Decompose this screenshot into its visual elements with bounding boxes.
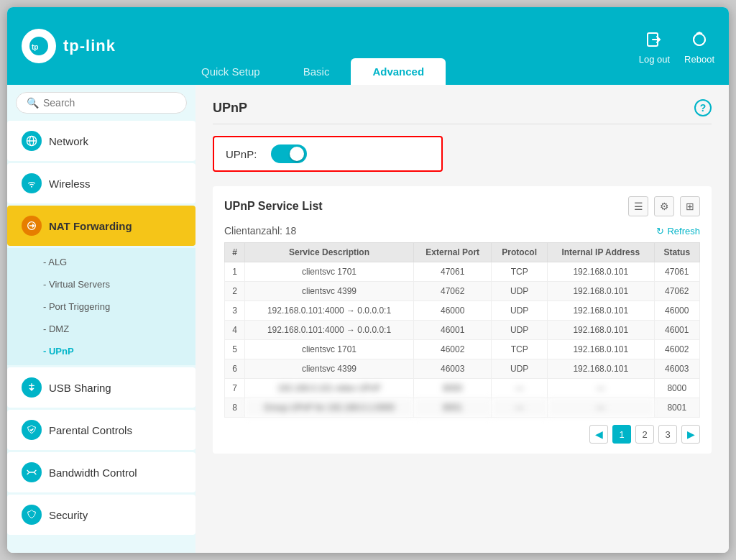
col-header-protocol: Protocol xyxy=(492,243,548,262)
sub-item-alg[interactable]: - ALG xyxy=(7,251,196,273)
nav-tabs: Quick Setup Basic Advanced xyxy=(180,7,639,85)
table-cell: 8001 xyxy=(654,398,699,418)
table-cell: — xyxy=(492,379,548,398)
usb-label: USB Sharing xyxy=(49,382,111,394)
sub-item-port-triggering[interactable]: - Port Triggering xyxy=(7,295,196,318)
table-cell: clientsvc 4399 xyxy=(244,282,413,301)
table-cell: 192.168.0.101 xyxy=(547,282,654,301)
sub-item-virtual-servers[interactable]: - Virtual Servers xyxy=(7,273,196,295)
sidebar-item-bandwidth-control[interactable]: Bandwidth Control xyxy=(7,452,196,492)
list-icon-btn[interactable]: ☰ xyxy=(628,196,648,216)
network-icon xyxy=(22,131,42,151)
table-row: 8Group UPnP for 192.168.0.1:00008001——80… xyxy=(225,398,700,418)
service-list-title: UPnP Service List xyxy=(224,200,323,213)
table-cell: 4 xyxy=(225,321,245,340)
table-cell: 2 xyxy=(225,282,245,301)
reboot-button[interactable]: Reboot xyxy=(684,28,714,65)
sidebar-item-security[interactable]: Security xyxy=(7,495,196,535)
page-3-btn[interactable]: 3 xyxy=(658,425,677,444)
upnp-toggle-label: UPnP: xyxy=(226,148,257,160)
grid-icon-btn[interactable]: ⊞ xyxy=(680,196,700,216)
table-cell: 192.168.0.101:4000 → 0.0.0.0:1 xyxy=(244,301,413,321)
logo-text: tp-link xyxy=(63,37,116,55)
table-cell: 192.168.0.101 xyxy=(547,262,654,282)
network-label: Network xyxy=(49,135,88,147)
sidebar-item-network[interactable]: Network xyxy=(7,121,196,161)
service-list-header: UPnP Service List ☰ ⚙ ⊞ xyxy=(224,196,700,216)
logout-icon xyxy=(643,28,666,51)
table-cell: 192.168.0.101 xyxy=(547,301,654,321)
table-cell: 1 xyxy=(225,262,245,282)
reboot-icon xyxy=(688,28,711,51)
table-cell: 46002 xyxy=(654,340,699,359)
reboot-label: Reboot xyxy=(684,54,714,65)
help-icon[interactable]: ? xyxy=(694,99,712,116)
table-cell: Group UPnP for 192.168.0.1:0000 xyxy=(244,398,413,418)
sidebar-item-parental-controls[interactable]: Parental Controls xyxy=(7,410,196,450)
table-cell: clientsvc 1701 xyxy=(244,262,413,282)
table-row: 6clientsvc 439946003UDP192.168.0.1014600… xyxy=(225,359,700,379)
table-row: 5clientsvc 170146002TCP192.168.0.1014600… xyxy=(225,340,700,359)
table-cell: 46003 xyxy=(654,359,699,379)
header: tp tp-link Quick Setup Basic Advanced Lo… xyxy=(7,7,729,85)
upnp-title: UPnP xyxy=(213,101,247,116)
table-cell: 3 xyxy=(225,301,245,321)
service-table: # Service Description External Port Prot… xyxy=(224,242,700,418)
table-cell: UDP xyxy=(492,282,548,301)
table-cell: 46001 xyxy=(414,321,492,340)
col-header-ip: Internal IP Address xyxy=(547,243,654,262)
table-cell: 8001 xyxy=(414,398,492,418)
prev-page-btn[interactable]: ◀ xyxy=(589,425,608,444)
table-cell: UDP xyxy=(492,301,548,321)
table-cell: 46003 xyxy=(414,359,492,379)
toggle-thumb xyxy=(290,147,304,161)
icon-buttons: ☰ ⚙ ⊞ xyxy=(628,196,700,216)
sidebar-item-wireless[interactable]: Wireless xyxy=(7,163,196,203)
settings-icon-btn[interactable]: ⚙ xyxy=(654,196,674,216)
search-icon: 🔍 xyxy=(27,97,39,109)
upnp-toggle[interactable] xyxy=(271,144,307,163)
logo-icon: tp xyxy=(22,29,56,63)
table-cell: 192.168.0.101 xyxy=(547,321,654,340)
table-cell: 8 xyxy=(225,398,245,418)
table-cell: UDP xyxy=(492,359,548,379)
wireless-label: Wireless xyxy=(49,178,91,190)
page-1-btn[interactable]: 1 xyxy=(612,425,631,444)
wireless-icon xyxy=(22,173,42,193)
table-cell: 8000 xyxy=(414,379,492,398)
nat-icon xyxy=(22,216,42,236)
page-2-btn[interactable]: 2 xyxy=(635,425,654,444)
refresh-icon: ↻ xyxy=(656,226,664,237)
tab-basic[interactable]: Basic xyxy=(282,58,351,85)
tab-quick-setup[interactable]: Quick Setup xyxy=(180,58,282,85)
logo-area: tp tp-link xyxy=(22,29,180,63)
table-cell: 5 xyxy=(225,340,245,359)
search-input[interactable] xyxy=(43,97,176,109)
toggle-track xyxy=(271,144,307,163)
table-cell: — xyxy=(547,398,654,418)
client-count: Clientanzahl: 18 xyxy=(224,225,296,237)
col-header-status: Status xyxy=(654,243,699,262)
body: 🔍 Network xyxy=(7,85,729,553)
usb-icon xyxy=(22,377,42,398)
sub-item-upnp[interactable]: - UPnP xyxy=(7,340,196,362)
sidebar-item-nat-forwarding[interactable]: NAT Forwarding xyxy=(7,206,196,246)
table-cell: 47062 xyxy=(654,282,699,301)
parental-icon xyxy=(22,420,42,440)
table-cell: 192.168.0.101:4000 → 0.0.0.0:1 xyxy=(244,321,413,340)
table-cell: 47061 xyxy=(654,262,699,282)
table-row: 1clientsvc 170147061TCP192.168.0.1014706… xyxy=(225,262,700,282)
table-cell: TCP xyxy=(492,262,548,282)
refresh-button[interactable]: ↻ Refresh xyxy=(656,226,700,237)
col-header-ext-port: External Port xyxy=(414,243,492,262)
next-page-btn[interactable]: ▶ xyxy=(681,425,700,444)
search-bar[interactable]: 🔍 xyxy=(16,92,187,114)
sidebar-item-usb-sharing[interactable]: USB Sharing xyxy=(7,367,196,408)
upnp-toggle-box: UPnP: xyxy=(213,136,443,172)
col-header-desc: Service Description xyxy=(244,243,413,262)
sub-item-dmz[interactable]: - DMZ xyxy=(7,318,196,340)
table-cell: 47061 xyxy=(414,262,492,282)
pagination: ◀ 1 2 3 ▶ xyxy=(224,425,700,444)
tab-advanced[interactable]: Advanced xyxy=(351,58,446,85)
logout-button[interactable]: Log out xyxy=(639,28,670,65)
